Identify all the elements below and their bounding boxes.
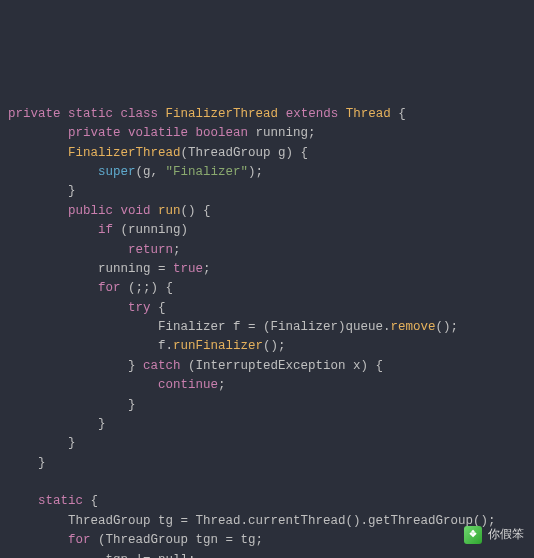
- code-line: try {: [8, 301, 166, 315]
- code-line: ThreadGroup tg = Thread.currentThread().…: [8, 514, 496, 528]
- code-line: running = true;: [8, 262, 211, 276]
- code-line: for (;;) {: [8, 281, 173, 295]
- code-line: }: [8, 417, 106, 431]
- code-line: private volatile boolean running;: [8, 126, 316, 140]
- code-line: }: [8, 456, 46, 470]
- code-line: if (running): [8, 223, 188, 237]
- code-line: Finalizer f = (Finalizer)queue.remove();: [8, 320, 458, 334]
- code-block: private static class FinalizerThread ext…: [8, 86, 530, 559]
- code-line: }: [8, 184, 76, 198]
- code-line: f.runFinalizer();: [8, 339, 286, 353]
- code-line: } catch (InterruptedException x) {: [8, 359, 383, 373]
- code-line: super(g, "Finalizer");: [8, 165, 263, 179]
- code-line: for (ThreadGroup tgn = tg;: [8, 533, 263, 547]
- code-line: FinalizerThread(ThreadGroup g) {: [8, 146, 308, 160]
- code-line: }: [8, 436, 76, 450]
- code-line: return;: [8, 243, 181, 257]
- code-line: private static class FinalizerThread ext…: [8, 107, 406, 121]
- code-line: public void run() {: [8, 204, 211, 218]
- code-line: tgn != null;: [8, 553, 196, 559]
- code-line: }: [8, 398, 136, 412]
- code-line: continue;: [8, 378, 226, 392]
- code-line: static {: [8, 494, 98, 508]
